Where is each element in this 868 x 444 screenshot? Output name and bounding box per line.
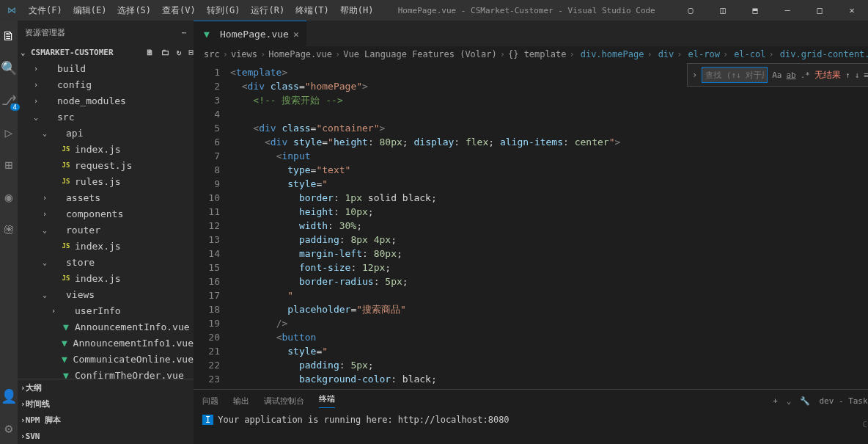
tab-homepage[interactable]: ▼ HomePage.vue ✕ bbox=[194, 21, 306, 46]
panel-header[interactable]: › NPM 脚本 bbox=[18, 412, 194, 428]
folder-item[interactable]: ›build bbox=[18, 60, 194, 76]
find-input[interactable] bbox=[702, 67, 768, 83]
find-widget: › Aa ab .* 无结果 ↑ ↓ ≡ ✕ bbox=[687, 63, 868, 87]
folder-item[interactable]: ›components bbox=[18, 205, 194, 222]
minimize-icon[interactable]: — bbox=[771, 5, 803, 15]
terminal-tab[interactable]: 输出 bbox=[233, 396, 249, 407]
expand-icon[interactable]: › bbox=[692, 70, 697, 80]
menu-item[interactable]: 转到(G) bbox=[202, 1, 246, 20]
file-item[interactable]: JSindex.js bbox=[18, 141, 194, 157]
breadcrumb-item[interactable]: HomePage.vue bbox=[268, 49, 332, 59]
breadcrumb-item[interactable]: div.homePage bbox=[581, 49, 644, 59]
folder-item[interactable]: ⌄src bbox=[18, 109, 194, 125]
folder-item[interactable]: ⌄router bbox=[18, 222, 194, 238]
panel-header[interactable]: › 时间线 bbox=[18, 396, 194, 412]
file-item[interactable]: ▼AnnouncementInfo.vue bbox=[18, 319, 194, 335]
wrench-icon[interactable]: 🔧 bbox=[800, 396, 810, 406]
add-icon[interactable]: + bbox=[773, 396, 778, 406]
folder-item[interactable]: ⌄store bbox=[18, 254, 194, 270]
find-result: 无结果 bbox=[814, 69, 841, 81]
titlebar: ⋈ 文件(F)编辑(E)选择(S)查看(V)转到(G)运行(R)终端(T)帮助(… bbox=[0, 0, 868, 21]
folder-item[interactable]: ⌄views bbox=[18, 286, 194, 302]
regex-icon[interactable]: .* bbox=[801, 70, 810, 80]
panel-header[interactable]: › SVN bbox=[18, 428, 194, 444]
breadcrumb-item[interactable]: el-col bbox=[734, 49, 765, 59]
editor: ▼ HomePage.vue ✕ ↺ ◫ ⋯ src›views›HomePag… bbox=[194, 21, 868, 444]
scm-icon[interactable]: ⎇4 bbox=[0, 91, 18, 109]
new-folder-icon[interactable]: 🗀 bbox=[161, 48, 169, 57]
new-file-icon[interactable]: 🗎 bbox=[146, 48, 154, 57]
selection-icon[interactable]: ≡ bbox=[864, 70, 868, 80]
layout-icon[interactable]: ⬒ bbox=[739, 5, 771, 15]
match-case-icon[interactable]: Aa bbox=[772, 70, 781, 80]
activity-bar: 🗎 🔍 ⎇4 ▷ ⊞ ◉ ֍ 👤 ⚙ bbox=[0, 21, 18, 444]
panel-header[interactable]: › 大纲 bbox=[18, 379, 194, 396]
menu-item[interactable]: 终端(T) bbox=[290, 1, 334, 20]
breadcrumb[interactable]: src›views›HomePage.vue›Vue Language Feat… bbox=[194, 46, 868, 62]
copilot-icon[interactable]: ֍ bbox=[0, 220, 18, 238]
terminal-tab[interactable]: 调试控制台 bbox=[264, 396, 304, 407]
menu-bar: 文件(F)编辑(E)选择(S)查看(V)转到(G)运行(R)终端(T)帮助(H) bbox=[23, 1, 379, 20]
breadcrumb-item[interactable]: {} template bbox=[508, 49, 566, 59]
close-tab-icon[interactable]: ✕ bbox=[293, 29, 299, 40]
layout-icon[interactable]: ▢ bbox=[674, 5, 707, 15]
breadcrumb-item[interactable]: div bbox=[658, 49, 674, 59]
terminal-panel: 问题输出调试控制台终端+⌄🔧dev - Task◫🗑⋯˄✕ IYour appl… bbox=[194, 389, 868, 444]
menu-item[interactable]: 查看(V) bbox=[157, 1, 201, 20]
folder-item[interactable]: ›node_modules bbox=[18, 92, 194, 109]
file-item[interactable]: ▼AnnouncementInfo1.vue bbox=[18, 335, 194, 351]
terminal-tab[interactable]: 问题 bbox=[202, 396, 218, 407]
folder-item[interactable]: ›userInfo bbox=[18, 302, 194, 319]
file-item[interactable]: JSrequest.js bbox=[18, 157, 194, 173]
breadcrumb-item[interactable]: div.grid-content.bg-purple bbox=[780, 49, 868, 59]
more-icon[interactable]: ⋯ bbox=[181, 28, 186, 37]
search-icon[interactable]: 🔍 bbox=[0, 59, 18, 76]
window-title: HomePage.vue - CSMarket-Customer - Visua… bbox=[379, 6, 675, 15]
whole-word-icon[interactable]: ab bbox=[787, 70, 796, 80]
terminal-output[interactable]: IYour application is running here: http:… bbox=[194, 412, 868, 444]
explorer-sidebar: 资源管理器 ⋯ ⌄ CSMARKET-CUSTOMER 🗎 🗀 ↻ ⊟ ›bui… bbox=[18, 21, 194, 444]
project-header[interactable]: ⌄ CSMARKET-CUSTOMER 🗎 🗀 ↻ ⊟ bbox=[18, 44, 194, 60]
tab-bar: ▼ HomePage.vue ✕ ↺ ◫ ⋯ bbox=[194, 21, 868, 46]
line-numbers: 1234567891011121314151617181920212223 bbox=[194, 62, 230, 389]
code-content[interactable]: <template> <div class="homePage"> <!-- 搜… bbox=[230, 62, 868, 389]
breadcrumb-item[interactable]: el-row bbox=[688, 49, 720, 59]
menu-item[interactable]: 编辑(E) bbox=[68, 1, 112, 20]
explorer-icon[interactable]: 🗎 bbox=[0, 26, 18, 44]
file-tree: ›build›config›node_modules⌄src⌄apiJSinde… bbox=[18, 60, 194, 379]
settings-icon[interactable]: ⚙ bbox=[0, 419, 18, 437]
next-icon[interactable]: ↓ bbox=[855, 70, 860, 80]
explorer-title: 资源管理器 bbox=[25, 27, 65, 38]
extensions-icon[interactable]: ⊞ bbox=[0, 156, 18, 173]
account-icon[interactable]: 👤 bbox=[0, 387, 18, 404]
vscode-icon: ⋈ bbox=[0, 5, 23, 15]
close-icon[interactable]: ✕ bbox=[836, 5, 868, 15]
prev-icon[interactable]: ↑ bbox=[845, 70, 850, 80]
file-item[interactable]: JSrules.js bbox=[18, 173, 194, 189]
drop-icon[interactable]: ⌄ bbox=[787, 396, 792, 406]
folder-item[interactable]: ›assets bbox=[18, 189, 194, 205]
folder-item[interactable]: ⌄api bbox=[18, 125, 194, 141]
menu-item[interactable]: 帮助(H) bbox=[335, 1, 379, 20]
maximize-icon[interactable]: □ bbox=[803, 5, 836, 15]
menu-item[interactable]: 文件(F) bbox=[23, 1, 67, 20]
breadcrumb-item[interactable]: Vue Language Features (Volar) bbox=[343, 49, 497, 59]
layout-icon[interactable]: ◫ bbox=[707, 5, 739, 15]
watermark: CSDN @Mr. Aholic bbox=[863, 420, 868, 429]
file-item[interactable]: ▼ConfirmTheOrder.vue bbox=[18, 367, 194, 379]
terminal-tab[interactable]: 终端 bbox=[319, 393, 335, 408]
breadcrumb-item[interactable]: views bbox=[231, 49, 257, 59]
vue-icon: ▼ bbox=[201, 29, 213, 40]
menu-item[interactable]: 运行(R) bbox=[246, 1, 290, 20]
collapse-icon[interactable]: ⊟ bbox=[188, 48, 194, 57]
file-item[interactable]: JSindex.js bbox=[18, 238, 194, 254]
debug-icon[interactable]: ▷ bbox=[0, 123, 18, 141]
file-item[interactable]: ▼CommunicateOnline.vue bbox=[18, 351, 194, 367]
refresh-icon[interactable]: ↻ bbox=[177, 48, 182, 57]
edge-icon[interactable]: ◉ bbox=[0, 188, 18, 205]
menu-item[interactable]: 选择(S) bbox=[112, 1, 156, 20]
task-icon[interactable]: dev - Task bbox=[819, 396, 867, 406]
file-item[interactable]: JSindex.js bbox=[18, 270, 194, 286]
folder-item[interactable]: ›config bbox=[18, 76, 194, 92]
breadcrumb-item[interactable]: src bbox=[204, 49, 220, 59]
